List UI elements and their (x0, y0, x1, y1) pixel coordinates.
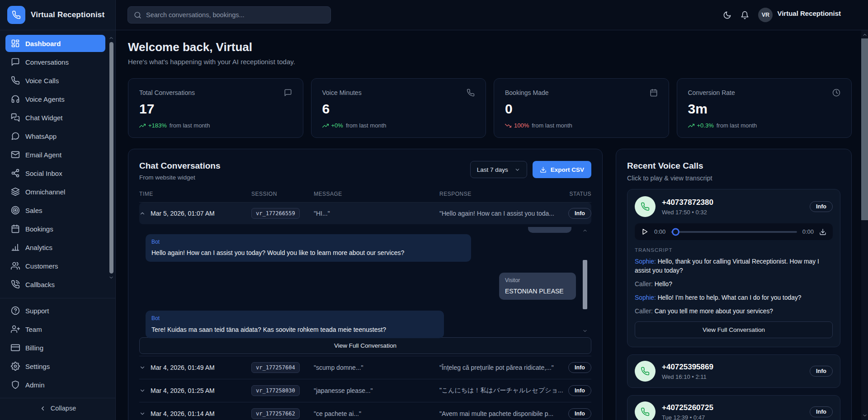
view-full-conversation-button[interactable]: View Full Conversation (139, 337, 591, 354)
table-header: TIME SESSION MESSAGE RESPONSE STATUS (139, 191, 591, 203)
sidebar-item-conversations[interactable]: Conversations (5, 53, 105, 71)
page-scrollbar[interactable] (861, 30, 868, 420)
phone-logo-icon (7, 6, 25, 24)
sidebar-item-support[interactable]: Support (5, 302, 105, 319)
sidebar-item-chat-widget[interactable]: Chat Widget (5, 109, 105, 126)
info-badge[interactable]: Info (568, 208, 591, 219)
message-circle-icon (11, 132, 20, 141)
users-icon (11, 261, 20, 270)
chevron-left-icon (39, 405, 46, 412)
collapse-sidebar-button[interactable]: Collapse (0, 398, 115, 420)
session-badge: vr_177257604 (251, 362, 300, 373)
download-recording-button[interactable] (819, 228, 826, 236)
sidebar-item-settings[interactable]: Settings (5, 358, 105, 375)
info-badge[interactable]: Info (568, 385, 591, 396)
chevron-down-icon[interactable] (139, 387, 146, 394)
info-badge[interactable]: Info (568, 362, 591, 373)
trending-up-icon (322, 123, 329, 129)
recent-voice-calls-panel: Recent Voice Calls Click to play & view … (616, 149, 852, 420)
seek-slider[interactable] (671, 231, 797, 233)
transcript-line: Sophie: Hello! I'm here to help. What ca… (635, 293, 833, 302)
sidebar-footer-nav: Support Team Billing Settings Admin (0, 302, 115, 397)
sidebar-item-voice-agents[interactable]: Voice Agents (5, 90, 105, 108)
main-content: Welcome back, Virtual Here's what's happ… (116, 30, 868, 420)
play-button[interactable] (641, 228, 649, 236)
avatar[interactable]: VR (758, 8, 773, 22)
export-csv-button[interactable]: Export CSV (533, 161, 591, 178)
info-badge[interactable]: Info (810, 366, 833, 377)
sidebar-item-admin[interactable]: Admin (5, 376, 105, 393)
messages-square-icon (11, 113, 20, 122)
stat-value: 6 (322, 101, 475, 117)
info-badge[interactable]: Info (810, 201, 833, 212)
voice-call-card[interactable]: +40725260725 Tue 12:39 • 0:47 Info (627, 395, 840, 420)
sidebar-item-team[interactable]: Team (5, 321, 105, 338)
sidebar-item-bookings[interactable]: Bookings (5, 220, 105, 237)
share-icon (11, 169, 20, 178)
user-plus-icon (11, 325, 20, 334)
voice-call-card[interactable]: +40737872380 Wed 17:50 • 0:32 Info 0:00 … (627, 189, 840, 347)
section-subtitle: From website widget (139, 174, 220, 181)
help-circle-icon (11, 306, 20, 315)
phone-call-icon (11, 280, 20, 289)
info-badge[interactable]: Info (568, 408, 591, 419)
table-row[interactable]: Mar 4, 2026, 01:25 AM vr_177258030 "japa… (139, 379, 591, 402)
sidebar-item-voice-calls[interactable]: Voice Calls (5, 72, 105, 89)
page-scrollbar-thumb[interactable] (861, 38, 868, 220)
message-square-icon (284, 89, 292, 97)
bar-chart-icon (11, 243, 20, 252)
stat-value: 3m (688, 101, 841, 117)
sidebar-item-analytics[interactable]: Analytics (5, 239, 105, 256)
chat-bubble-visitor: Visitor ESTONIAN PLEASE (499, 273, 576, 300)
sidebar-item-email-agent[interactable]: Email Agent (5, 146, 105, 163)
user-name: Virtual Receptionist (777, 9, 841, 17)
clock-icon (832, 89, 840, 97)
table-row[interactable]: Mar 4, 2026, 01:14 AM vr_177257662 "ce p… (139, 402, 591, 420)
seek-slider-thumb[interactable] (672, 228, 679, 236)
notifications-button[interactable] (741, 11, 749, 19)
sidebar-scrollbar-thumb[interactable] (109, 42, 113, 274)
sidebar-item-sales[interactable]: Sales (5, 202, 105, 219)
dashboard-icon (11, 39, 20, 48)
chevron-down-icon[interactable] (139, 411, 146, 417)
download-icon (540, 166, 547, 173)
chevron-down-icon (108, 275, 114, 280)
session-badge: vr_177257662 (251, 408, 300, 419)
conversation-preview: Bot Hello again! How can I assist you to… (139, 227, 591, 335)
sidebar-item-billing[interactable]: Billing (5, 339, 105, 356)
sidebar-scrollbar[interactable] (108, 35, 114, 280)
table-row-expanded[interactable]: Mar 5, 2026, 01:07 AM vr_177266559 "HI..… (139, 203, 591, 224)
sidebar-item-omnichannel[interactable]: Omnichannel (5, 183, 105, 200)
sidebar-item-callbacks[interactable]: Callbacks (5, 276, 105, 293)
headphones-icon (11, 94, 20, 104)
target-icon (11, 206, 20, 215)
info-badge[interactable]: Info (810, 406, 833, 417)
view-full-conversation-button[interactable]: View Full Conversation (635, 321, 833, 338)
table-row[interactable]: Mar 4, 2026, 01:49 AM vr_177257604 "scum… (139, 356, 591, 379)
date-range-select[interactable]: Last 7 days (470, 161, 527, 178)
chevron-up-icon (108, 35, 114, 41)
conversation-scrollbar-thumb[interactable] (583, 260, 587, 309)
download-icon (819, 228, 826, 236)
voice-call-card[interactable]: +40725395869 Wed 16:10 • 2:11 Info (627, 354, 840, 388)
sidebar-item-social-inbox[interactable]: Social Inbox (5, 165, 105, 182)
transcript-line: Caller: Hello? (635, 280, 833, 289)
app-logo: Virtual Receptionist (0, 0, 115, 30)
chevron-down-icon[interactable] (139, 364, 146, 371)
chevron-up-icon[interactable] (139, 210, 146, 217)
search-box[interactable] (127, 6, 331, 24)
search-icon (134, 11, 142, 19)
conversation-scrollbar[interactable] (582, 228, 588, 334)
phone-icon (467, 89, 475, 97)
sidebar-item-customers[interactable]: Customers (5, 257, 105, 274)
call-number: +40737872380 (662, 198, 713, 207)
calendar-icon (650, 89, 658, 97)
call-number: +40725395869 (662, 363, 713, 372)
theme-toggle-button[interactable] (723, 11, 731, 19)
stats-row: Total Conversations 17 +183%from last mo… (128, 78, 852, 138)
search-input[interactable] (146, 11, 325, 19)
total-time: 0:00 (802, 228, 814, 235)
sidebar-item-whatsapp[interactable]: WhatsApp (5, 127, 105, 145)
sidebar-item-dashboard[interactable]: Dashboard (5, 35, 105, 52)
stat-value: 17 (139, 101, 292, 117)
